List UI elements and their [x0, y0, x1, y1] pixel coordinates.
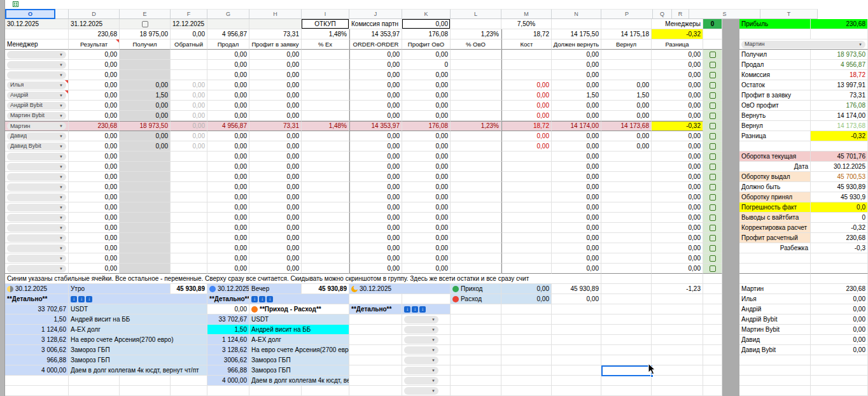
checkbox[interactable] — [710, 235, 716, 241]
column-header-F[interactable]: F — [171, 9, 207, 19]
row-checkbox-cell[interactable] — [703, 162, 722, 172]
checkbox[interactable] — [710, 255, 716, 262]
manager-select[interactable]: ▼ — [5, 253, 69, 264]
column-header-T[interactable]: T — [760, 9, 818, 19]
detail-select[interactable]: ▼ — [402, 325, 451, 335]
manager-select[interactable]: Давид▼ — [5, 131, 69, 141]
column-header-N[interactable]: N — [552, 9, 601, 19]
detail-select[interactable]: ▼ — [402, 376, 451, 386]
checkbox[interactable] — [710, 133, 716, 139]
manager-select[interactable]: ▼ — [5, 192, 69, 202]
manager-select[interactable]: ▼ — [5, 223, 69, 233]
manager-select[interactable]: Андрій▼ — [5, 90, 69, 101]
column-header-C[interactable]: C — [5, 9, 69, 19]
checkbox[interactable] — [710, 225, 716, 231]
night-detail-arrows[interactable]: ↓↓↓ — [402, 304, 451, 315]
row-checkbox-cell[interactable] — [703, 80, 722, 90]
detail-select[interactable]: ▼ — [402, 365, 451, 376]
column-header-P[interactable]: P — [601, 9, 653, 19]
checkbox[interactable] — [710, 164, 716, 170]
row-checkbox-cell[interactable] — [703, 101, 722, 111]
manager-select[interactable]: ▼ — [5, 264, 69, 274]
checkbox[interactable] — [710, 92, 716, 99]
checkbox[interactable] — [710, 123, 716, 129]
manager-select[interactable]: ▼ — [5, 202, 69, 213]
row-checkbox-cell[interactable] — [703, 90, 722, 101]
checkbox[interactable] — [710, 72, 716, 78]
detail-select[interactable]: ▼ — [402, 355, 451, 365]
detail-select[interactable]: ▼ — [402, 345, 451, 355]
manager-select[interactable]: Мартин Bybit▼ — [5, 111, 69, 121]
row-checkbox-cell[interactable] — [703, 131, 722, 141]
manager-select[interactable]: ▼ — [5, 182, 69, 192]
checkbox[interactable] — [710, 52, 716, 58]
column-header-M[interactable]: M — [501, 9, 552, 19]
manager-select[interactable]: ▼ — [5, 162, 69, 172]
row-checkbox-cell[interactable] — [703, 233, 722, 243]
checkbox[interactable] — [710, 103, 716, 109]
column-header-I[interactable]: I — [302, 9, 349, 19]
manager-select[interactable]: Илья▼ — [5, 80, 69, 90]
row-checkbox-cell[interactable] — [703, 192, 722, 202]
detail-select[interactable]: ▼ — [402, 315, 451, 325]
detail-select[interactable]: ▼ — [402, 386, 451, 396]
row-checkbox-cell[interactable] — [703, 50, 722, 60]
table-cell-n: 0,00 — [552, 243, 601, 253]
checkbox[interactable] — [710, 62, 716, 68]
manager-select[interactable]: Андрій Bybit▼ — [5, 101, 69, 111]
manager-select[interactable]: ▼ — [5, 233, 69, 243]
column-header-R[interactable]: R — [672, 9, 689, 19]
row-checkbox-cell[interactable] — [703, 70, 722, 80]
manager-select[interactable]: ▼ — [5, 60, 69, 70]
row-checkbox-cell[interactable] — [703, 253, 722, 264]
manager-select[interactable]: ▼ — [5, 172, 69, 182]
column-header-S[interactable]: S — [689, 9, 760, 19]
row-checkbox-cell[interactable] — [703, 182, 722, 192]
detail-select[interactable]: ▼ — [402, 335, 451, 345]
column-header-L[interactable]: L — [451, 9, 501, 19]
right-manager-select[interactable]: Мартин▼ — [739, 39, 868, 50]
manager-select[interactable]: ▼ — [5, 243, 69, 253]
column-header-Q[interactable]: Q — [653, 9, 672, 19]
row-checkbox-cell[interactable] — [703, 223, 722, 233]
column-header-K[interactable]: K — [402, 9, 451, 19]
manager-select[interactable]: ▼ — [5, 50, 69, 60]
row-checkbox-cell[interactable] — [703, 243, 722, 253]
manager-select[interactable]: ▼ — [5, 70, 69, 80]
row-checkbox-cell[interactable] — [703, 264, 722, 274]
checkbox[interactable] — [710, 174, 716, 180]
checkbox[interactable] — [710, 184, 716, 190]
table-cell-n: 0,00 — [552, 172, 601, 182]
table-cell-d: 0,00 — [69, 60, 120, 70]
checkbox[interactable] — [710, 215, 716, 221]
column-header-E[interactable]: E — [120, 9, 171, 19]
checkbox[interactable] — [710, 82, 716, 88]
manager-select[interactable]: Мартин▼ — [5, 121, 69, 131]
morning-detail-arrows[interactable]: ↓↓↓ — [69, 294, 207, 304]
manager-select[interactable]: ▼ — [5, 152, 69, 162]
manager-select[interactable]: ▼ — [5, 213, 69, 223]
evening-detail-arrows[interactable]: ↓↓↓ — [249, 294, 349, 304]
row-checkbox-cell[interactable] — [703, 111, 722, 121]
checkbox[interactable] — [710, 245, 716, 251]
manager-select[interactable]: Давид Bybit▼ — [5, 141, 69, 152]
row-checkbox-cell[interactable] — [703, 152, 722, 162]
column-header-G[interactable]: G — [207, 9, 249, 19]
checkbox[interactable] — [710, 143, 716, 150]
checkbox[interactable] — [710, 153, 716, 160]
row-checkbox-cell[interactable] — [703, 141, 722, 152]
row-checkbox-cell[interactable] — [703, 172, 722, 182]
checkbox[interactable] — [710, 194, 716, 201]
row-checkbox-cell[interactable] — [703, 60, 722, 70]
column-header-J[interactable]: J — [349, 9, 402, 19]
column-header-H[interactable]: H — [249, 9, 302, 19]
checkbox[interactable] — [142, 21, 148, 27]
cell-header-checkbox[interactable] — [120, 19, 171, 29]
checkbox[interactable] — [710, 204, 716, 211]
row-checkbox-cell[interactable] — [703, 213, 722, 223]
row-checkbox-cell[interactable] — [703, 202, 722, 213]
column-header-D[interactable]: D — [69, 9, 120, 19]
row-checkbox-cell[interactable] — [703, 121, 722, 131]
checkbox[interactable] — [710, 113, 716, 119]
checkbox[interactable] — [710, 265, 716, 272]
